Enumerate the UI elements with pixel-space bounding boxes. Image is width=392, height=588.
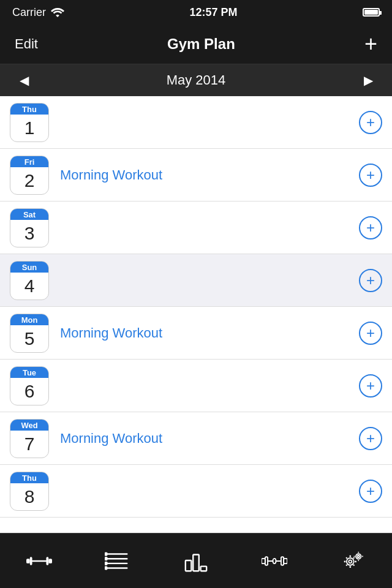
workout-label: Morning Workout [49, 325, 359, 341]
svg-rect-15 [201, 566, 207, 571]
svg-point-10 [105, 557, 107, 560]
activity-tab[interactable] [244, 543, 305, 579]
day-number-label: 3 [24, 220, 35, 247]
day-row: Fri2Morning Workout+ [0, 149, 392, 202]
add-workout-button[interactable]: + [359, 164, 382, 187]
add-workout-button[interactable]: + [359, 480, 382, 503]
month-bar: ◀ May 2014 ▶ [0, 64, 392, 96]
svg-point-34 [358, 555, 360, 557]
add-workout-button[interactable]: + [359, 427, 382, 450]
add-workout-button[interactable]: + [359, 269, 382, 292]
day-row: Sun4+ [0, 254, 392, 307]
day-row: Tue6+ [0, 360, 392, 412]
svg-line-32 [346, 564, 347, 565]
day-icon: Mon5 [10, 314, 49, 353]
workout-label: Morning Workout [49, 431, 359, 447]
svg-point-9 [105, 552, 107, 555]
dumbbell-icon [26, 548, 52, 574]
svg-rect-0 [26, 559, 30, 564]
page-title: Gym Plan [167, 36, 235, 53]
chart-tab[interactable] [165, 543, 227, 579]
add-workout-button[interactable]: + [359, 322, 382, 345]
day-icon: Tue6 [10, 366, 49, 405]
battery-icon [363, 8, 380, 17]
svg-rect-13 [186, 560, 192, 571]
status-bar: Carrier 12:57 PM [0, 0, 392, 24]
day-number-label: 1 [24, 115, 35, 141]
day-row: Mon5Morning Workout+ [0, 307, 392, 360]
next-month-button[interactable]: ▶ [359, 73, 377, 88]
svg-point-12 [105, 567, 107, 569]
prev-month-button[interactable]: ◀ [15, 73, 33, 88]
day-name-label: Sat [10, 209, 48, 220]
svg-line-30 [353, 564, 355, 565]
carrier-label: Carrier [12, 6, 46, 19]
settings-tab[interactable] [322, 543, 383, 579]
status-time: 12:57 PM [189, 6, 237, 19]
day-icon: Fri2 [10, 156, 49, 195]
day-number-label: 2 [24, 167, 35, 194]
add-workout-button[interactable]: + [359, 374, 382, 398]
status-left: Carrier [12, 6, 64, 19]
svg-point-24 [349, 560, 352, 563]
day-name-label: Thu [10, 104, 48, 115]
svg-line-31 [353, 557, 355, 559]
day-icon: Wed7 [10, 419, 49, 458]
day-row: Wed7Morning Workout+ [0, 412, 392, 465]
day-name-label: Mon [10, 314, 48, 325]
tab-bar [0, 533, 392, 588]
day-name-label: Wed [10, 420, 48, 431]
day-name-label: Thu [10, 472, 48, 483]
calendar-list: Thu1+Fri2Morning Workout+Sat3+Sun4+Mon5M… [0, 96, 392, 518]
svg-rect-14 [193, 554, 199, 571]
month-title: May 2014 [167, 72, 226, 88]
day-row: Thu1+ [0, 96, 392, 149]
edit-button[interactable]: Edit [15, 36, 38, 52]
svg-line-29 [346, 557, 347, 559]
day-row: Thu8+ [0, 465, 392, 518]
add-workout-button[interactable]: + [359, 216, 382, 239]
svg-rect-22 [284, 558, 287, 563]
day-number-label: 4 [24, 273, 35, 300]
svg-rect-3 [46, 557, 48, 565]
day-number-label: 8 [24, 483, 35, 510]
wifi-icon [51, 7, 64, 17]
day-name-label: Fri [10, 156, 48, 167]
day-icon: Thu1 [10, 103, 49, 142]
svg-point-11 [105, 562, 107, 564]
status-right [363, 8, 380, 17]
workout-tab[interactable] [9, 543, 70, 579]
svg-point-23 [347, 557, 354, 565]
nav-bar: Edit Gym Plan + [0, 24, 392, 64]
add-workout-button[interactable]: + [359, 111, 382, 134]
day-number-label: 6 [24, 378, 35, 405]
day-icon: Sat3 [10, 208, 49, 247]
day-row: Sat3+ [0, 202, 392, 254]
svg-point-33 [356, 554, 361, 559]
activity-icon [262, 548, 287, 574]
svg-rect-4 [48, 559, 52, 564]
settings-icon [340, 548, 366, 574]
day-name-label: Sun [10, 262, 48, 273]
day-icon: Thu8 [10, 472, 49, 511]
day-number-label: 7 [24, 431, 35, 458]
list-tab[interactable] [87, 543, 148, 579]
day-name-label: Tue [10, 367, 48, 378]
add-button[interactable]: + [364, 33, 377, 55]
bar-chart-icon [183, 548, 209, 574]
day-icon: Sun4 [10, 261, 49, 300]
workout-label: Morning Workout [49, 167, 359, 183]
day-number-label: 5 [24, 325, 35, 352]
list-icon [105, 548, 130, 574]
